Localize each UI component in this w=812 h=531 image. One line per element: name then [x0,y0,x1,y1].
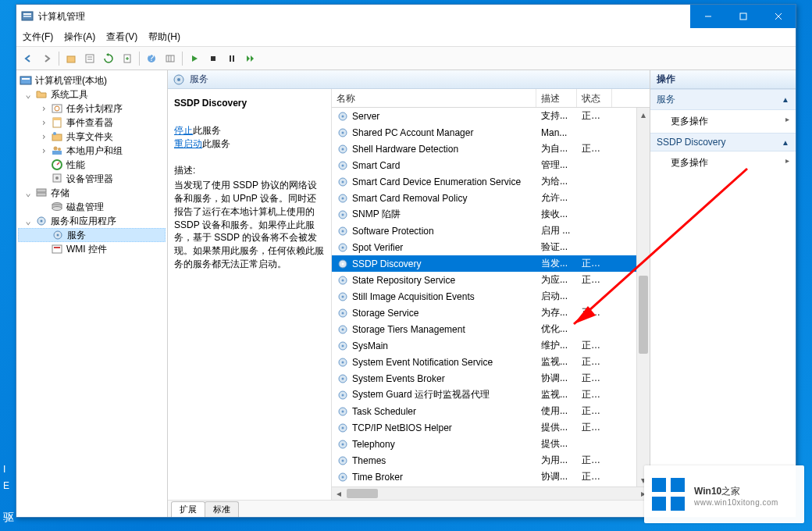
tab-ext[interactable]: 扩展 [171,501,205,517]
tree-item[interactable]: WMI 控件 [18,242,166,256]
forward-button[interactable] [38,50,55,67]
col-status[interactable]: 状态 [577,89,612,107]
table-row[interactable]: Still Image Acquisition Events启动... [332,288,650,305]
pause-button[interactable] [223,50,240,67]
table-row[interactable]: SSDP Discovery当发...正在... [332,255,650,272]
table-row[interactable]: System Events Broker协调...正在... [332,370,650,387]
refresh-button[interactable] [100,50,117,67]
svg-point-69 [342,279,344,281]
close-button[interactable] [760,5,796,28]
table-row[interactable]: SysMain维护...正在... [332,337,650,354]
menu-file[interactable]: 文件(F) [23,30,53,44]
action-item[interactable]: 更多操作▸ [650,110,796,133]
window-title: 计算机管理 [38,10,690,23]
svg-rect-1 [23,13,31,15]
svg-rect-26 [52,134,62,141]
svg-rect-30 [52,151,62,155]
action-item[interactable]: 更多操作▸ [650,151,796,174]
gear-icon [337,225,349,237]
tree-item[interactable]: 性能 [18,158,166,172]
table-row[interactable]: Storage Service为存...正在... [332,305,650,321]
tree-item[interactable]: ›任务计划程序 [18,102,166,116]
columns-button[interactable] [162,50,179,67]
menu-help[interactable]: 帮助(H) [148,30,180,44]
table-row[interactable]: System Event Notification Service监视...正在… [332,354,650,370]
table-row[interactable]: Server支持...正在... [332,108,650,124]
maximize-button[interactable] [725,5,760,28]
properties-button[interactable] [81,50,98,67]
tree-item[interactable]: ›本地用户和组 [18,144,166,158]
center-title: 服务 [190,73,208,86]
scroll-up-icon[interactable]: ▴ [637,108,650,121]
watermark: Win10之家 www.win10xitong.com [644,465,804,523]
up-button[interactable] [62,50,80,67]
svg-point-75 [342,328,344,330]
scroll-left-icon[interactable]: ◂ [332,487,345,500]
tree-item[interactable]: 设备管理器 [18,172,166,186]
svg-point-91 [342,459,344,462]
svg-point-57 [342,180,344,183]
table-row[interactable]: Spot Verifier验证... [332,239,650,255]
horizontal-scrollbar[interactable]: ◂ ▸ [332,486,650,500]
svg-point-47 [177,78,180,81]
table-row[interactable]: Storage Tiers Management优化... [332,321,650,337]
gear-icon [337,307,349,319]
tree-sidebar: 计算机管理(本地)⌄系统工具›任务计划程序›事件查看器›共享文件夹›本地用户和组… [16,70,168,517]
svg-point-53 [342,148,344,150]
action-section-header[interactable]: SSDP Discovery▲ [650,133,796,151]
svg-point-93 [342,476,344,478]
svg-rect-25 [53,118,61,120]
table-row[interactable]: State Repository Service为应...正在... [332,272,650,288]
table-row[interactable]: Time Broker协调...正在... [332,469,650,485]
svg-point-34 [55,176,59,180]
vertical-scrollbar[interactable]: ▴ ▾ [636,108,650,486]
table-row[interactable]: TCP/IP NetBIOS Helper提供...正在... [332,419,650,436]
svg-rect-8 [86,55,94,62]
tree-item[interactable]: ›共享文件夹 [18,130,166,144]
gear-icon [337,176,349,188]
svg-rect-17 [211,56,215,61]
col-desc[interactable]: 描述 [536,89,577,107]
back-button[interactable] [20,50,37,67]
tree-item[interactable]: ›事件查看器 [18,116,166,130]
tree-group[interactable]: ⌄存储 [18,186,166,200]
table-row[interactable]: SNMP 陷阱接收... [332,206,650,223]
restart-link[interactable]: 重启动 [174,138,202,149]
tab-std[interactable]: 标准 [205,501,239,517]
stop-link[interactable]: 停止 [174,125,193,136]
svg-rect-21 [22,78,30,80]
export-button[interactable] [119,50,136,67]
action-section-header[interactable]: 服务▲ [650,89,796,110]
table-row[interactable]: Telephony提供... [332,436,650,452]
help-button[interactable]: ? [143,50,160,67]
table-row[interactable]: Shared PC Account ManagerMan... [332,124,650,141]
svg-point-55 [342,164,344,166]
menu-view[interactable]: 查看(V) [106,30,137,44]
table-row[interactable]: Smart Card管理... [332,157,650,173]
restart-button[interactable] [242,50,259,67]
gear-icon [337,127,349,139]
table-row[interactable]: Smart Card Device Enumeration Service为给.… [332,173,650,190]
table-row[interactable]: Software Protection启用 ... [332,223,650,239]
table-row[interactable]: Shell Hardware Detection为自...正在... [332,141,650,157]
table-row[interactable]: Themes为用...正在... [332,452,650,469]
tree-item[interactable]: 服务 [18,228,166,242]
gear-icon [337,290,349,303]
table-row[interactable]: Smart Card Removal Policy允许... [332,190,650,206]
table-row[interactable]: Task Scheduler使用...正在... [332,403,650,419]
stop-button[interactable] [205,50,222,67]
tree-group[interactable]: ⌄服务和应用程序 [18,214,166,228]
svg-rect-7 [67,56,75,62]
svg-point-51 [342,131,344,134]
tree-group[interactable]: ⌄系统工具 [18,87,166,102]
svg-line-32 [57,162,59,165]
table-row[interactable]: System Guard 运行时监视器代理监视...正在... [332,387,650,403]
tree-item[interactable]: 磁盘管理 [18,200,166,214]
titlebar[interactable]: 计算机管理 [16,5,796,28]
play-button[interactable] [186,50,203,67]
menu-action[interactable]: 操作(A) [64,30,95,44]
col-name[interactable]: 名称 [332,89,536,107]
main-window: 计算机管理 文件(F) 操作(A) 查看(V) 帮助(H) ? 计算机管理(本地… [16,4,796,518]
minimize-button[interactable] [690,5,725,28]
tree-root[interactable]: 计算机管理(本地) [18,73,166,87]
